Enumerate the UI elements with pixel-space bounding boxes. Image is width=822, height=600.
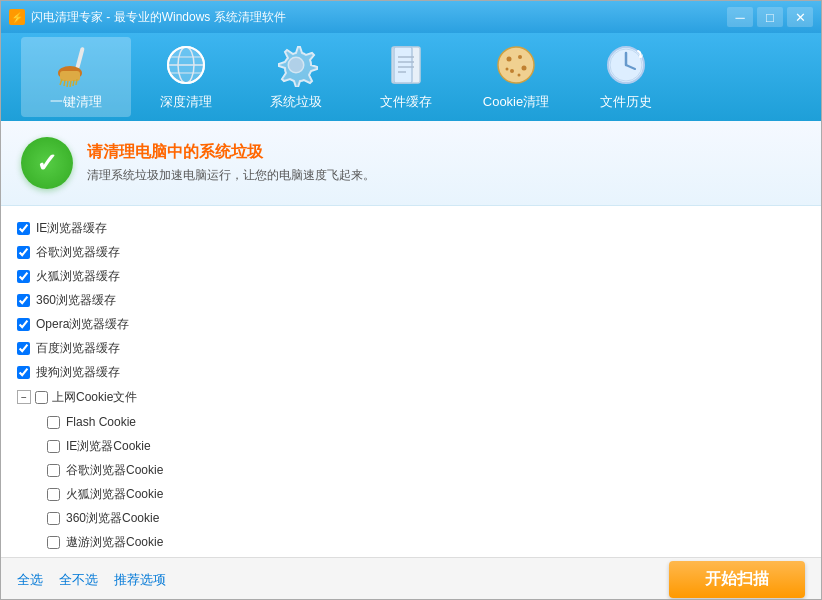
nav-item-one-click[interactable]: 一键清理 xyxy=(21,37,131,117)
svg-rect-19 xyxy=(394,47,412,83)
banner: 请清理电脑中的系统垃圾 清理系统垃圾加速电脑运行，让您的电脑速度飞起来。 xyxy=(1,121,821,206)
gear-icon xyxy=(274,43,318,87)
cookie-group-children: Flash Cookie IE浏览器Cookie 谷歌浏览器Cookie 火狐浏… xyxy=(17,410,805,557)
main-content: 请清理电脑中的系统垃圾 清理系统垃圾加速电脑运行，让您的电脑速度飞起来。 IE浏… xyxy=(1,121,821,557)
list-item: Flash Cookie xyxy=(37,410,805,434)
recommend-link[interactable]: 推荐选项 xyxy=(114,571,166,589)
svg-point-24 xyxy=(498,47,534,83)
cookie-group-header: − 上网Cookie文件 xyxy=(17,384,805,410)
list-item: 谷歌浏览器缓存 xyxy=(17,240,805,264)
title-text: 闪电清理专家 - 最专业的Windows 系统清理软件 xyxy=(31,9,286,26)
label-ie-cookie[interactable]: IE浏览器Cookie xyxy=(66,438,151,455)
label-firefox-cookie[interactable]: 火狐浏览器Cookie xyxy=(66,486,163,503)
label-360-cookie[interactable]: 360浏览器Cookie xyxy=(66,510,159,527)
svg-line-3 xyxy=(60,79,62,85)
checkbox-baidu-cache[interactable] xyxy=(17,342,30,355)
check-icon xyxy=(21,137,73,189)
checkbox-360-cookie[interactable] xyxy=(47,512,60,525)
browser-cache-list: IE浏览器缓存 谷歌浏览器缓存 火狐浏览器缓存 360浏览器缓存 Opera浏览… xyxy=(17,216,805,384)
bottom-bar: 全选 全不选 推荐选项 开始扫描 xyxy=(1,557,821,600)
checkbox-firefox-cookie[interactable] xyxy=(47,488,60,501)
list-item: IE浏览器缓存 xyxy=(17,216,805,240)
nav-item-deep-clean[interactable]: 深度清理 xyxy=(131,37,241,117)
nav-item-sys-junk[interactable]: 系统垃圾 xyxy=(241,37,351,117)
nav-label-file-cache: 文件缓存 xyxy=(380,93,432,111)
broom-icon xyxy=(54,43,98,87)
list-item: baidu浏览器Cookie xyxy=(37,554,805,557)
checkbox-360-cache[interactable] xyxy=(17,294,30,307)
globe-icon xyxy=(164,43,208,87)
checkbox-chrome-cache[interactable] xyxy=(17,246,30,259)
title-controls: ─ □ ✕ xyxy=(727,7,813,27)
nav-bar: 一键清理 深度清理 系统垃圾 xyxy=(1,33,821,121)
svg-line-5 xyxy=(67,81,68,87)
select-all-link[interactable]: 全选 xyxy=(17,571,43,589)
list-item: 百度浏览器缓存 xyxy=(17,336,805,360)
label-ie-cache[interactable]: IE浏览器缓存 xyxy=(36,220,107,237)
nav-label-deep-clean: 深度清理 xyxy=(160,93,212,111)
checkbox-liehu-cookie[interactable] xyxy=(47,536,60,549)
nav-label-cookie-clean: Cookie清理 xyxy=(483,93,549,111)
nav-item-file-cache[interactable]: 文件缓存 xyxy=(351,37,461,117)
maximize-button[interactable]: □ xyxy=(757,7,783,27)
banner-subtitle: 清理系统垃圾加速电脑运行，让您的电脑速度飞起来。 xyxy=(87,167,375,184)
clock-icon xyxy=(604,43,648,87)
checklist-area[interactable]: IE浏览器缓存 谷歌浏览器缓存 火狐浏览器缓存 360浏览器缓存 Opera浏览… xyxy=(1,206,821,557)
nav-label-sys-junk: 系统垃圾 xyxy=(270,93,322,111)
label-firefox-cache[interactable]: 火狐浏览器缓存 xyxy=(36,268,120,285)
svg-point-17 xyxy=(289,58,303,72)
label-liehu-cookie[interactable]: 遨游浏览器Cookie xyxy=(66,534,163,551)
label-flash-cookie[interactable]: Flash Cookie xyxy=(66,415,136,429)
title-bar: ⚡ 闪电清理专家 - 最专业的Windows 系统清理软件 ─ □ ✕ xyxy=(1,1,821,33)
svg-point-25 xyxy=(507,57,512,62)
app-icon: ⚡ xyxy=(9,9,25,25)
label-chrome-cookie[interactable]: 谷歌浏览器Cookie xyxy=(66,462,163,479)
list-item: 谷歌浏览器Cookie xyxy=(37,458,805,482)
svg-point-29 xyxy=(518,74,521,77)
checkbox-ie-cookie[interactable] xyxy=(47,440,60,453)
checkbox-chrome-cookie[interactable] xyxy=(47,464,60,477)
nav-item-cookie-clean[interactable]: Cookie清理 xyxy=(461,37,571,117)
file-icon xyxy=(384,43,428,87)
list-item: 遨游浏览器Cookie xyxy=(37,530,805,554)
banner-title: 请清理电脑中的系统垃圾 xyxy=(87,142,375,163)
svg-line-8 xyxy=(76,79,77,85)
label-baidu-cache[interactable]: 百度浏览器缓存 xyxy=(36,340,120,357)
cookie-icon xyxy=(494,43,538,87)
list-item: 火狐浏览器Cookie xyxy=(37,482,805,506)
label-sogou-cache[interactable]: 搜狗浏览器缓存 xyxy=(36,364,120,381)
list-item: 360浏览器缓存 xyxy=(17,288,805,312)
checkbox-ie-cache[interactable] xyxy=(17,222,30,235)
title-bar-left: ⚡ 闪电清理专家 - 最专业的Windows 系统清理软件 xyxy=(9,9,286,26)
scan-button[interactable]: 开始扫描 xyxy=(669,561,805,598)
svg-point-27 xyxy=(522,66,527,71)
svg-point-28 xyxy=(510,69,514,73)
checkbox-firefox-cache[interactable] xyxy=(17,270,30,283)
svg-line-4 xyxy=(64,80,65,86)
checkbox-opera-cache[interactable] xyxy=(17,318,30,331)
list-item: Opera浏览器缓存 xyxy=(17,312,805,336)
cookie-group-checkbox[interactable] xyxy=(35,391,48,404)
minimize-button[interactable]: ─ xyxy=(727,7,753,27)
cookie-group-label[interactable]: 上网Cookie文件 xyxy=(52,389,137,406)
nav-label-file-history: 文件历史 xyxy=(600,93,652,111)
cookie-group-toggle[interactable]: − xyxy=(17,390,31,404)
nav-label-one-click: 一键清理 xyxy=(50,93,102,111)
list-item: 360浏览器Cookie xyxy=(37,506,805,530)
list-item: 搜狗浏览器缓存 xyxy=(17,360,805,384)
list-item: IE浏览器Cookie xyxy=(37,434,805,458)
banner-text: 请清理电脑中的系统垃圾 清理系统垃圾加速电脑运行，让您的电脑速度飞起来。 xyxy=(87,142,375,184)
svg-point-30 xyxy=(506,68,509,71)
bottom-actions: 全选 全不选 推荐选项 xyxy=(17,571,166,589)
close-button[interactable]: ✕ xyxy=(787,7,813,27)
checkbox-sogou-cache[interactable] xyxy=(17,366,30,379)
checkbox-flash-cookie[interactable] xyxy=(47,416,60,429)
svg-point-26 xyxy=(518,55,522,59)
list-item: 火狐浏览器缓存 xyxy=(17,264,805,288)
select-none-link[interactable]: 全不选 xyxy=(59,571,98,589)
nav-item-file-history[interactable]: 文件历史 xyxy=(571,37,681,117)
svg-line-6 xyxy=(70,81,71,87)
label-360-cache[interactable]: 360浏览器缓存 xyxy=(36,292,116,309)
label-opera-cache[interactable]: Opera浏览器缓存 xyxy=(36,316,129,333)
label-chrome-cache[interactable]: 谷歌浏览器缓存 xyxy=(36,244,120,261)
